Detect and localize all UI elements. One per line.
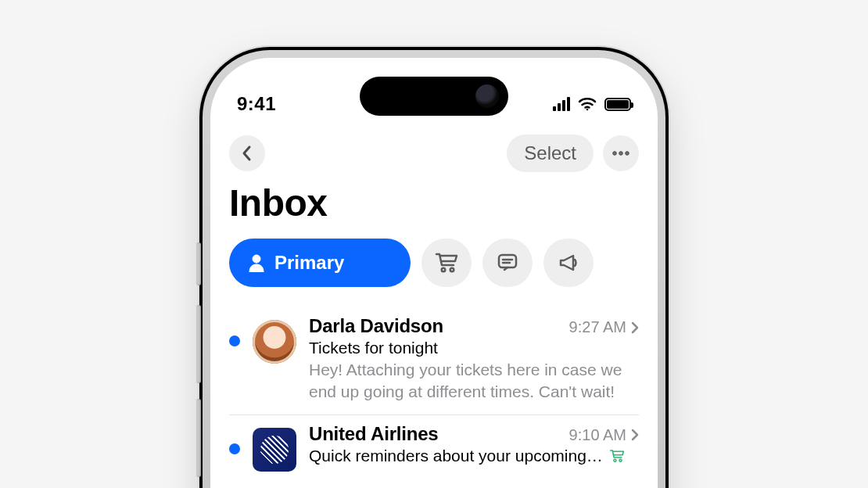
svg-point-0 [586,109,589,111]
cellular-icon [553,97,570,111]
megaphone-icon [558,253,579,273]
svg-point-3 [626,152,629,156]
filter-primary[interactable]: Primary [229,239,411,287]
unread-indicator [229,443,240,454]
status-indicators [553,97,631,111]
svg-point-1 [613,152,617,156]
cart-icon [435,252,458,274]
page-title: Inbox [229,181,639,224]
message-item[interactable]: Darla Davidson 9:27 AM Tickets for tonig… [229,307,639,415]
battery-icon [604,98,631,111]
svg-point-2 [619,152,623,156]
more-button[interactable] [603,135,639,171]
sender-name: Darla Davidson [309,315,443,337]
message-item[interactable]: United Airlines 9:10 AM Quick reminders … [229,415,639,483]
filter-promotions[interactable] [543,239,594,287]
filter-updates[interactable] [482,239,533,287]
chat-icon [497,253,518,273]
select-button[interactable]: Select [507,135,594,172]
svg-point-5 [442,268,446,272]
avatar [253,320,296,364]
chevron-left-icon [240,145,254,162]
nav-bar: Select [229,130,639,180]
filter-primary-label: Primary [274,252,344,274]
filter-transactions[interactable] [421,239,472,287]
svg-point-4 [253,255,260,263]
status-time: 9:41 [237,93,276,115]
phone-side-button [196,242,201,285]
message-time: 9:27 AM [569,318,626,336]
ellipsis-icon [612,151,629,156]
screen: 9:41 [210,58,658,488]
status-bar: 9:41 [210,58,658,128]
unread-indicator [229,336,240,346]
sender-name: United Airlines [309,423,438,445]
avatar [253,428,296,472]
svg-point-9 [619,459,622,461]
category-filters: Primary [229,239,639,287]
phone-volume-down [196,399,201,477]
svg-rect-7 [499,255,516,267]
phone-frame: 9:41 [199,47,669,488]
svg-point-6 [450,268,454,272]
message-list: Darla Davidson 9:27 AM Tickets for tonig… [229,307,639,483]
message-time: 9:10 AM [569,426,626,444]
message-subject: Quick reminders about your upcoming… [309,447,639,465]
wifi-icon [578,97,597,111]
phone-volume-up [196,305,201,383]
chevron-right-icon [631,321,639,334]
chevron-right-icon [631,429,639,441]
message-subject: Tickets for tonight [309,339,639,357]
person-icon [248,253,265,272]
back-button[interactable] [229,135,265,171]
message-preview: Hey! Attaching your tickets here in case… [309,359,639,404]
svg-point-8 [614,459,616,461]
transactions-badge-icon [609,449,625,463]
